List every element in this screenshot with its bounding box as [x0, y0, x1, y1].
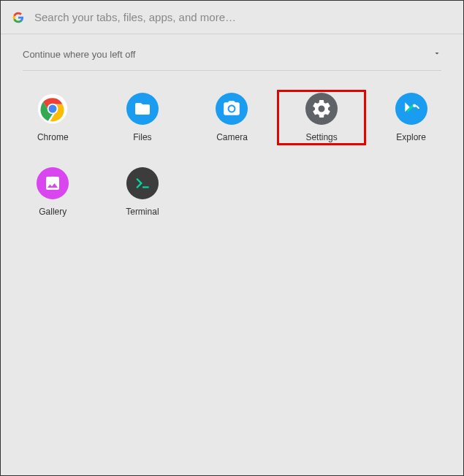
search-bar: [1, 1, 463, 34]
chrome-icon: [37, 93, 69, 125]
app-chrome[interactable]: Chrome: [8, 90, 98, 145]
gallery-icon: [37, 167, 69, 199]
app-label: Camera: [216, 132, 248, 142]
explore-icon: [395, 93, 427, 125]
svg-point-4: [50, 180, 52, 182]
app-launcher: Continue where you left off Chrome: [1, 1, 463, 475]
app-label: Chrome: [37, 132, 69, 142]
app-label: Files: [133, 132, 151, 142]
app-settings[interactable]: Settings: [277, 90, 367, 145]
app-label: Terminal: [126, 207, 159, 217]
files-icon: [126, 93, 159, 125]
app-label: Explore: [396, 132, 426, 142]
google-logo-icon: [12, 12, 24, 23]
app-gallery[interactable]: Gallery: [8, 164, 98, 220]
svg-point-3: [413, 104, 416, 107]
settings-icon: [305, 93, 338, 125]
terminal-icon: [126, 167, 159, 199]
camera-icon: [216, 93, 248, 125]
app-label: Settings: [305, 132, 337, 142]
continue-section[interactable]: Continue where you left off: [1, 34, 463, 70]
app-terminal[interactable]: Terminal: [98, 164, 188, 220]
app-grid: Chrome Files Camera Settings: [1, 71, 463, 239]
search-input[interactable]: [34, 11, 452, 23]
app-explore[interactable]: Explore: [366, 90, 456, 145]
app-files[interactable]: Files: [98, 90, 188, 145]
chevron-down-icon: [433, 49, 441, 60]
app-label: Gallery: [39, 207, 66, 217]
svg-rect-5: [142, 186, 149, 188]
app-camera[interactable]: Camera: [187, 90, 277, 145]
continue-label: Continue where you left off: [23, 49, 135, 60]
